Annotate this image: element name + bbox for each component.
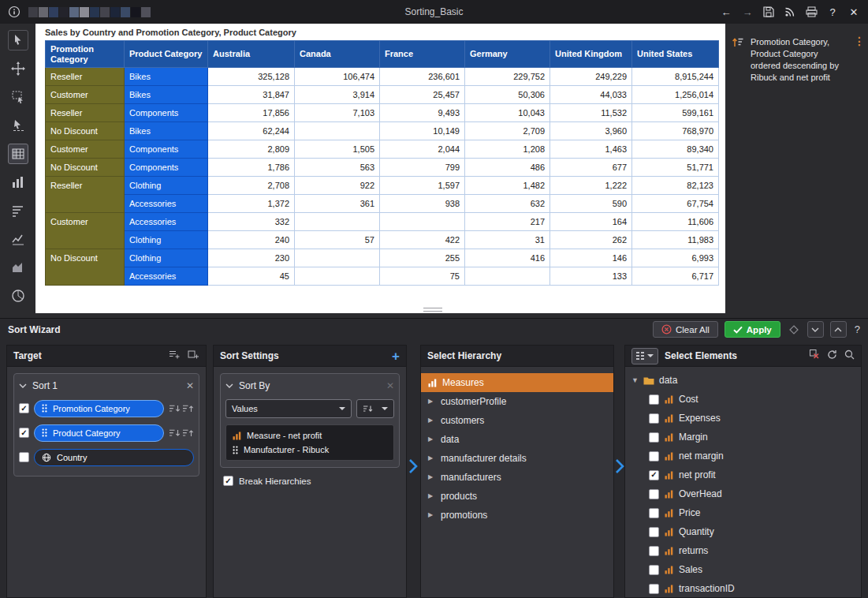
- value-cell[interactable]: 3,914: [295, 86, 380, 104]
- value-cell[interactable]: 6,993: [632, 249, 719, 267]
- value-cell[interactable]: 1,256,014: [632, 86, 719, 104]
- promotion-cell[interactable]: Customer: [46, 213, 125, 249]
- tree-root-row[interactable]: ▼ data: [625, 371, 861, 390]
- grid-view-tool[interactable]: [8, 144, 28, 164]
- back-icon[interactable]: ←: [720, 5, 732, 19]
- sort-descending-icon[interactable]: [169, 428, 181, 438]
- pie-chart-tool[interactable]: [8, 286, 28, 306]
- sort-direction-dropdown[interactable]: [356, 399, 394, 418]
- value-cell[interactable]: 31: [465, 231, 550, 249]
- clear-selection-icon[interactable]: [809, 349, 820, 363]
- value-cell[interactable]: 1,597: [380, 177, 465, 195]
- value-cell[interactable]: [380, 213, 465, 231]
- save-icon[interactable]: [762, 5, 775, 19]
- column-header[interactable]: France: [380, 41, 465, 68]
- sortby-measure-box[interactable]: Measure - net profitManufacturer - Ribuc…: [225, 424, 394, 461]
- hierarchy-item[interactable]: ▶products: [421, 487, 613, 506]
- hierarchy-item-selected[interactable]: Measures: [421, 373, 613, 392]
- value-cell[interactable]: 590: [550, 195, 632, 213]
- info-icon[interactable]: [8, 5, 20, 19]
- area-chart-tool[interactable]: [8, 257, 28, 278]
- element-item[interactable]: returns: [625, 541, 861, 560]
- value-cell[interactable]: 325,128: [208, 68, 295, 86]
- break-hierarchies-row[interactable]: ✓ Break Hierarchies: [223, 476, 398, 486]
- splitter-handle[interactable]: [423, 308, 442, 312]
- element-item[interactable]: Quantity: [625, 522, 861, 541]
- help-icon[interactable]: ?: [826, 5, 839, 19]
- product-cell[interactable]: Accessories: [125, 195, 208, 213]
- value-cell[interactable]: 6,717: [632, 267, 719, 286]
- element-type-dropdown[interactable]: [631, 348, 658, 364]
- value-cell[interactable]: 236,601: [380, 68, 465, 86]
- palette-strip[interactable]: [28, 7, 151, 17]
- value-cell[interactable]: 7,103: [295, 104, 380, 122]
- target-item-checkbox[interactable]: ✓: [19, 403, 29, 413]
- value-cell[interactable]: 563: [295, 159, 380, 177]
- value-cell[interactable]: [295, 122, 380, 140]
- value-cell[interactable]: 361: [295, 195, 380, 213]
- product-cell[interactable]: Components: [125, 159, 208, 177]
- element-item[interactable]: Expenses: [625, 409, 861, 428]
- element-item[interactable]: ✓net profit: [625, 465, 861, 484]
- promotion-cell[interactable]: Customer: [46, 86, 125, 104]
- value-cell[interactable]: 1,482: [465, 177, 550, 195]
- element-checkbox[interactable]: ✓: [649, 470, 659, 480]
- search-icon[interactable]: [844, 349, 855, 363]
- element-checkbox[interactable]: [649, 508, 659, 518]
- column-header[interactable]: Canada: [295, 41, 380, 68]
- hierarchy-item[interactable]: ▶data: [421, 430, 613, 449]
- sort1-group-header[interactable]: Sort 1 ✕: [19, 376, 194, 396]
- value-cell[interactable]: 2,044: [380, 140, 465, 159]
- value-cell[interactable]: 332: [208, 213, 295, 231]
- lasso-select-tool[interactable]: [8, 115, 28, 136]
- element-item[interactable]: Sales: [625, 560, 861, 579]
- value-cell[interactable]: 11,606: [632, 213, 719, 231]
- chevron-right-icon[interactable]: ▶: [428, 493, 435, 499]
- chevron-down-icon[interactable]: ▼: [631, 377, 639, 384]
- value-cell[interactable]: 799: [380, 159, 465, 177]
- element-checkbox[interactable]: [649, 546, 659, 556]
- chevron-right-icon[interactable]: ▶: [428, 512, 435, 518]
- clear-all-button[interactable]: Clear All: [653, 321, 718, 338]
- promotion-cell[interactable]: No Discount: [46, 159, 125, 177]
- value-cell[interactable]: 230: [208, 249, 295, 267]
- value-cell[interactable]: 1,372: [208, 195, 295, 213]
- value-cell[interactable]: 11,983: [632, 231, 719, 249]
- wizard-help-icon[interactable]: ?: [855, 323, 860, 335]
- column-header[interactable]: United States: [632, 41, 719, 68]
- value-cell[interactable]: [465, 267, 550, 286]
- value-cell[interactable]: 57: [295, 231, 380, 249]
- refresh-icon[interactable]: [827, 349, 837, 363]
- sortby-group-header[interactable]: Sort By ✕: [225, 376, 394, 396]
- apply-button[interactable]: Apply: [725, 321, 780, 338]
- column-header[interactable]: United Kingdom: [550, 41, 632, 68]
- element-item[interactable]: net margin: [625, 447, 861, 465]
- value-cell[interactable]: 8,915,244: [632, 68, 719, 86]
- menu-dots-icon[interactable]: ⋮: [854, 36, 865, 46]
- chevron-right-icon[interactable]: ▶: [428, 474, 435, 480]
- broadcast-icon[interactable]: [784, 5, 796, 19]
- value-cell[interactable]: 240: [208, 231, 295, 249]
- hierarchy-item[interactable]: ▶promotions: [421, 506, 613, 525]
- target-item-checkbox[interactable]: ✓: [19, 428, 29, 438]
- column-header[interactable]: Australia: [208, 41, 295, 68]
- expand-panel-button[interactable]: [830, 321, 847, 338]
- row-header-product[interactable]: Product Category: [125, 41, 208, 68]
- element-checkbox[interactable]: [649, 565, 659, 575]
- value-cell[interactable]: 599,161: [632, 104, 719, 122]
- sort-description-widget[interactable]: Promotion Category, Product Category ord…: [732, 36, 865, 84]
- product-cell[interactable]: Accessories: [125, 267, 208, 286]
- value-cell[interactable]: 486: [465, 159, 550, 177]
- target-item-pill[interactable]: Product Category: [34, 424, 164, 442]
- forward-icon[interactable]: →: [741, 5, 754, 19]
- element-checkbox[interactable]: [649, 584, 659, 594]
- element-checkbox[interactable]: [649, 527, 659, 537]
- product-cell[interactable]: Components: [125, 104, 208, 122]
- value-cell[interactable]: 89,340: [632, 140, 719, 159]
- value-cell[interactable]: 11,532: [550, 104, 632, 122]
- auto-apply-icon[interactable]: [787, 325, 801, 335]
- value-cell[interactable]: 3,960: [550, 122, 632, 140]
- product-cell[interactable]: Clothing: [125, 249, 208, 267]
- value-cell[interactable]: 51,771: [632, 159, 719, 177]
- product-cell[interactable]: Bikes: [125, 122, 208, 140]
